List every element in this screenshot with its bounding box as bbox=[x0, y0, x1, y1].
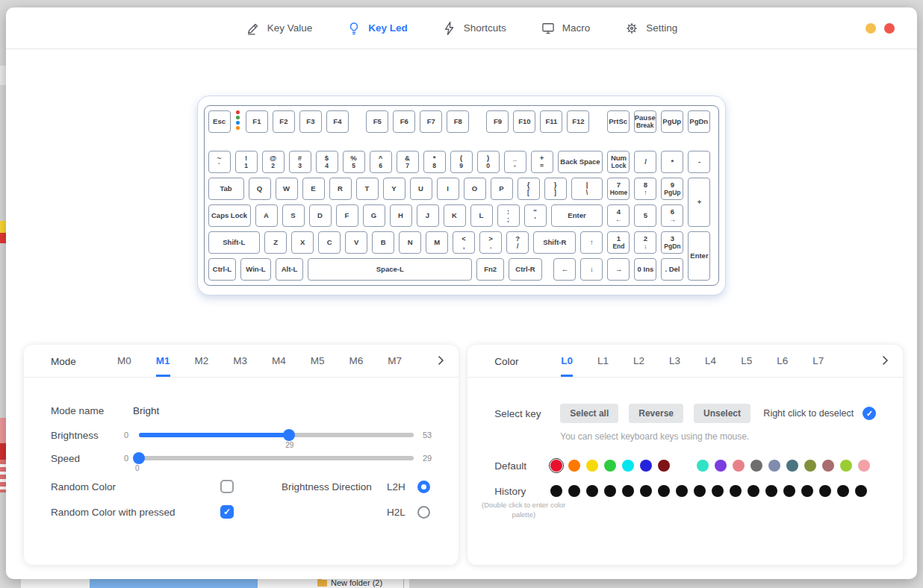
key-tab[interactable]: Tab bbox=[208, 178, 244, 200]
key-e[interactable]: E bbox=[302, 178, 325, 200]
key-del[interactable]: . Del bbox=[661, 258, 683, 281]
history-color-swatch-9[interactable] bbox=[694, 485, 706, 497]
key-6[interactable]: ^6 bbox=[370, 151, 392, 173]
mode-tabs-next-chevron-icon[interactable] bbox=[435, 354, 447, 366]
default-color-swatch-15[interactable] bbox=[822, 460, 834, 472]
key-esc[interactable]: Esc bbox=[208, 110, 231, 133]
color-tab-l6[interactable]: L6 bbox=[777, 355, 788, 377]
key-9-pgup[interactable]: 9PgUp bbox=[661, 178, 683, 200]
key-f8[interactable]: F8 bbox=[447, 110, 469, 133]
history-color-swatch-5[interactable] bbox=[622, 485, 634, 497]
key-x[interactable]: X bbox=[291, 231, 314, 254]
color-tabs-next-chevron-icon[interactable] bbox=[879, 354, 891, 366]
key-space-l[interactable]: Space-L bbox=[308, 258, 472, 281]
nav-item-shortcuts[interactable]: Shortcuts bbox=[442, 21, 506, 36]
key-r3k12[interactable]: {[ bbox=[518, 178, 540, 200]
key-f[interactable]: F bbox=[336, 204, 358, 227]
key-r4k11[interactable]: :; bbox=[497, 204, 520, 227]
history-color-swatch-1[interactable] bbox=[550, 485, 562, 497]
default-color-swatch-3[interactable] bbox=[586, 460, 598, 472]
mode-tab-m3[interactable]: M3 bbox=[233, 355, 247, 377]
key-i[interactable]: I bbox=[437, 178, 459, 200]
key-u[interactable]: U bbox=[410, 178, 432, 200]
select-all-button[interactable]: Select all bbox=[560, 404, 618, 423]
color-tab-l5[interactable]: L5 bbox=[741, 355, 752, 377]
direction-radio-h2l[interactable] bbox=[417, 506, 430, 519]
history-color-swatch-4[interactable] bbox=[604, 485, 616, 497]
key-1[interactable]: !1 bbox=[235, 151, 258, 173]
key-r3k14[interactable]: |\ bbox=[571, 178, 603, 200]
key-p[interactable]: P bbox=[491, 178, 513, 200]
key-ctrl-l[interactable]: Ctrl-L bbox=[208, 258, 237, 281]
key-f10[interactable]: F10 bbox=[513, 110, 535, 133]
color-tab-l2[interactable]: L2 bbox=[633, 355, 644, 377]
history-color-swatch-8[interactable] bbox=[676, 485, 688, 497]
key-8[interactable]: 8↑ bbox=[634, 178, 656, 200]
key-enter[interactable]: Enter bbox=[551, 204, 603, 227]
key-n[interactable]: N bbox=[399, 231, 421, 254]
mode-tab-m0[interactable]: M0 bbox=[117, 355, 131, 377]
key-v[interactable]: V bbox=[345, 231, 367, 254]
key-k[interactable]: K bbox=[444, 204, 466, 227]
key-3-pgdn[interactable]: 3PgDn bbox=[661, 231, 683, 254]
key-r3k13[interactable]: }] bbox=[544, 178, 567, 200]
key-win-l[interactable]: Win-L bbox=[240, 258, 270, 281]
key-r[interactable]: R bbox=[329, 178, 352, 200]
mode-tab-m1[interactable]: M1 bbox=[156, 355, 170, 377]
key-l[interactable]: L bbox=[470, 204, 493, 227]
key-r2k18[interactable]: - bbox=[688, 151, 710, 173]
key-r6k9[interactable]: → bbox=[607, 258, 630, 281]
key-f12[interactable]: F12 bbox=[567, 110, 589, 133]
speed-slider-thumb[interactable] bbox=[133, 452, 145, 464]
history-color-swatch-15[interactable] bbox=[801, 485, 813, 497]
mode-tab-m7[interactable]: M7 bbox=[388, 355, 402, 377]
key-shift-l[interactable]: Shift-L bbox=[208, 231, 261, 254]
key-a[interactable]: A bbox=[255, 204, 278, 227]
key-s[interactable]: S bbox=[282, 204, 305, 227]
key-r5k11[interactable]: ?/ bbox=[506, 231, 529, 254]
key-r5k10[interactable]: >. bbox=[479, 231, 502, 254]
unselect-button[interactable]: Unselect bbox=[694, 404, 750, 423]
key-b[interactable]: B bbox=[372, 231, 394, 254]
key-8[interactable]: *8 bbox=[423, 151, 446, 173]
key-t[interactable]: T bbox=[356, 178, 379, 200]
reverse-button[interactable]: Reverse bbox=[629, 404, 683, 423]
key-num-lock[interactable]: NumLock bbox=[607, 151, 630, 173]
mode-tab-m6[interactable]: M6 bbox=[349, 355, 364, 377]
history-color-swatch-17[interactable] bbox=[837, 485, 849, 497]
key-4[interactable]: 4← bbox=[607, 204, 630, 227]
key-m[interactable]: M bbox=[426, 231, 448, 254]
key-r6k8[interactable]: ↓ bbox=[580, 258, 603, 281]
minimize-button[interactable] bbox=[865, 23, 876, 34]
key-enter[interactable]: Enter bbox=[688, 231, 710, 281]
key-w[interactable]: W bbox=[276, 178, 298, 200]
key-r2k13[interactable]: += bbox=[531, 151, 553, 173]
key-2[interactable]: @2 bbox=[262, 151, 285, 173]
key-r3k18[interactable]: + bbox=[688, 178, 710, 227]
key-9[interactable]: (9 bbox=[450, 151, 473, 173]
key-back-space[interactable]: Back Space bbox=[558, 151, 603, 173]
default-color-swatch-2[interactable] bbox=[568, 460, 580, 472]
mode-tab-m4[interactable]: M4 bbox=[272, 355, 286, 377]
key-f3[interactable]: F3 bbox=[299, 110, 322, 133]
default-color-swatch-6[interactable] bbox=[640, 460, 652, 472]
key-r4k12[interactable]: "' bbox=[524, 204, 547, 227]
key-pause-break[interactable]: PauseBreak bbox=[634, 110, 656, 133]
key-prtsc[interactable]: PrtSc bbox=[607, 110, 630, 133]
key-2[interactable]: 2↓ bbox=[634, 231, 656, 254]
nav-item-key-led[interactable]: Key Led bbox=[346, 21, 408, 36]
history-color-swatch-11[interactable] bbox=[730, 485, 742, 497]
key-f1[interactable]: F1 bbox=[246, 110, 268, 133]
key-5[interactable]: 5 bbox=[634, 204, 656, 227]
key-h[interactable]: H bbox=[390, 204, 412, 227]
key-4[interactable]: $4 bbox=[316, 151, 338, 173]
key-7-home[interactable]: 7Home bbox=[607, 178, 630, 200]
key-f2[interactable]: F2 bbox=[273, 110, 295, 133]
key-r2k12[interactable]: _- bbox=[504, 151, 526, 173]
key-1-end[interactable]: 1End bbox=[607, 231, 630, 254]
key-f4[interactable]: F4 bbox=[326, 110, 349, 133]
direction-radio-l2h[interactable] bbox=[417, 481, 430, 493]
random-color-checkbox[interactable] bbox=[220, 480, 234, 493]
default-color-swatch-10[interactable] bbox=[733, 460, 745, 472]
default-color-swatch-8[interactable] bbox=[697, 460, 709, 472]
